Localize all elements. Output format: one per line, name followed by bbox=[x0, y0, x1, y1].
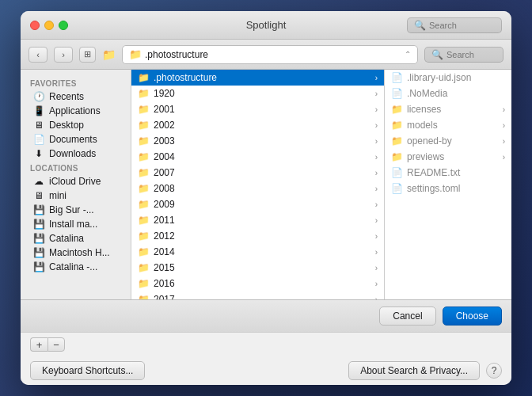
sidebar-item-bigsur[interactable]: 💾 Big Sur -... bbox=[24, 203, 127, 217]
forward-button[interactable]: › bbox=[54, 47, 73, 63]
folder-icon: 📁 bbox=[391, 135, 402, 147]
documents-icon: 📄 bbox=[33, 134, 44, 145]
mini-icon: 🖥 bbox=[33, 190, 44, 201]
file-item-2001[interactable]: 📁 2001 › bbox=[131, 101, 384, 117]
right-file-name: licenses bbox=[407, 104, 498, 115]
choose-button[interactable]: Choose bbox=[443, 307, 502, 326]
sidebar-mini-label: mini bbox=[49, 190, 66, 201]
new-folder-button[interactable]: 📁 bbox=[102, 48, 116, 61]
file-name: 2008 bbox=[154, 183, 370, 194]
minimize-button[interactable] bbox=[44, 21, 54, 30]
folder-icon: 📁 bbox=[138, 246, 149, 257]
file-item-2008[interactable]: 📁 2008 › bbox=[131, 181, 384, 196]
chevron-right-icon: › bbox=[375, 216, 378, 225]
content-area: Favorites 🕐 Recents 📱 Applications 🖥 Des… bbox=[21, 70, 511, 299]
folder-icon: 📁 bbox=[138, 278, 149, 289]
right-file-licenses[interactable]: 📁 licenses › bbox=[385, 101, 511, 117]
file-item-2003[interactable]: 📁 2003 › bbox=[131, 133, 384, 149]
close-button[interactable] bbox=[30, 21, 40, 30]
file-item-2015[interactable]: 📁 2015 › bbox=[131, 260, 384, 276]
file-item-2007[interactable]: 📁 2007 › bbox=[131, 165, 384, 181]
folder-icon: 📁 bbox=[391, 104, 402, 115]
file-item-2014[interactable]: 📁 2014 › bbox=[131, 244, 384, 260]
chevron-right-icon: › bbox=[375, 74, 378, 82]
folder-icon: 📁 bbox=[138, 135, 149, 147]
toolbar-search-input[interactable] bbox=[446, 50, 496, 59]
folder-icon: 📁 bbox=[391, 151, 402, 162]
chevron-right-icon: › bbox=[375, 105, 378, 114]
sidebar-item-catalina2[interactable]: 💾 Catalina -... bbox=[24, 260, 127, 274]
right-file-readme[interactable]: 📄 README.txt bbox=[385, 165, 511, 181]
right-file-models[interactable]: 📁 models › bbox=[385, 117, 511, 133]
chevron-right-icon: › bbox=[375, 153, 378, 162]
chevron-right-icon: › bbox=[503, 105, 505, 114]
file-item-1920[interactable]: 📁 1920 › bbox=[131, 86, 384, 101]
file-name: 2011 bbox=[154, 215, 370, 226]
about-search-button[interactable]: About Search & Privacy... bbox=[348, 361, 480, 380]
folder-icon: 📁 bbox=[138, 120, 149, 131]
sidebar-item-desktop[interactable]: 🖥 Desktop bbox=[24, 118, 127, 132]
file-item-2012[interactable]: 📁 2012 › bbox=[131, 228, 384, 244]
add-remove-controls: + − bbox=[30, 337, 65, 352]
file-item-2017[interactable]: 📁 2017 › bbox=[131, 291, 384, 299]
sidebar-item-macintosh[interactable]: 💾 Macintosh H... bbox=[24, 246, 127, 260]
file-item-2016[interactable]: 📁 2016 › bbox=[131, 276, 384, 291]
toolbar-search-box[interactable]: 🔍 bbox=[424, 47, 504, 63]
titlebar-search-input[interactable] bbox=[429, 21, 495, 30]
toolbar: ‹ › ⊞ 📁 📁 .photostructure ⌃ 🔍 bbox=[21, 40, 511, 70]
cancel-button[interactable]: Cancel bbox=[379, 307, 435, 326]
sidebar-catalina-label: Catalina bbox=[49, 233, 84, 244]
file-item-photostructure[interactable]: 📁 .photostructure › bbox=[131, 70, 384, 86]
desktop-icon: 🖥 bbox=[33, 120, 44, 131]
favorites-label: Favorites bbox=[21, 76, 131, 89]
chevron-right-icon: › bbox=[375, 169, 378, 177]
chevron-right-icon: › bbox=[375, 264, 378, 272]
sidebar-icloud-label: iCloud Drive bbox=[49, 176, 101, 187]
maximize-button[interactable] bbox=[59, 21, 68, 30]
file-name: 2015 bbox=[154, 262, 370, 273]
file-icon: 📄 bbox=[391, 88, 402, 99]
location-bar: 📁 .photostructure ⌃ bbox=[122, 45, 418, 64]
folder-icon: 📁 bbox=[138, 230, 149, 242]
view-toggle-button[interactable]: ⊞ bbox=[79, 47, 96, 63]
file-item-2011[interactable]: 📁 2011 › bbox=[131, 212, 384, 228]
right-file-previews[interactable]: 📁 previews › bbox=[385, 149, 511, 165]
footer-bar: Keyboard Shortcuts... About Search & Pri… bbox=[21, 356, 511, 385]
folder-icon: 📁 bbox=[129, 48, 142, 60]
file-item-2002[interactable]: 📁 2002 › bbox=[131, 117, 384, 133]
file-name: 1920 bbox=[154, 88, 370, 99]
right-file-settings[interactable]: 📄 settings.toml bbox=[385, 181, 511, 196]
right-file-opened-by[interactable]: 📁 opened-by › bbox=[385, 133, 511, 149]
sidebar-item-icloud[interactable]: ☁ iCloud Drive bbox=[24, 174, 127, 188]
right-file-library[interactable]: 📄 .library-uid.json bbox=[385, 70, 511, 86]
sidebar-bigsur-label: Big Sur -... bbox=[49, 204, 94, 215]
file-name: 2014 bbox=[154, 246, 370, 257]
keyboard-shortcuts-button[interactable]: Keyboard Shortcuts... bbox=[30, 361, 145, 380]
sidebar-item-mini[interactable]: 🖥 mini bbox=[24, 188, 127, 203]
sidebar-macintosh-label: Macintosh H... bbox=[49, 247, 110, 258]
current-location: .photostructure bbox=[145, 49, 401, 60]
help-button[interactable]: ? bbox=[486, 363, 502, 379]
sidebar-item-recents[interactable]: 🕐 Recents bbox=[24, 89, 127, 104]
sidebar-item-install[interactable]: 💾 Install ma... bbox=[24, 217, 127, 231]
sidebar-item-downloads[interactable]: ⬇ Downloads bbox=[24, 147, 127, 161]
file-list-pane: 📁 .photostructure › 📁 1920 › 📁 2001 › 📁 … bbox=[131, 70, 385, 299]
sidebar-item-applications[interactable]: 📱 Applications bbox=[24, 104, 127, 118]
titlebar-search-box[interactable]: 🔍 bbox=[407, 17, 502, 33]
folder-icon: 📁 bbox=[138, 151, 149, 162]
sidebar-item-catalina[interactable]: 💾 Catalina bbox=[24, 231, 127, 246]
remove-button[interactable]: − bbox=[48, 337, 65, 352]
file-name: 2012 bbox=[154, 230, 370, 242]
locations-label: Locations bbox=[21, 161, 131, 174]
add-button[interactable]: + bbox=[30, 337, 48, 352]
folder-icon: 📁 bbox=[138, 262, 149, 273]
back-button[interactable]: ‹ bbox=[28, 47, 48, 63]
file-item-2004[interactable]: 📁 2004 › bbox=[131, 149, 384, 165]
folder-icon: 📁 bbox=[138, 215, 149, 226]
sidebar-item-documents[interactable]: 📄 Documents bbox=[24, 132, 127, 147]
file-name: 2017 bbox=[154, 294, 370, 299]
toolbar-search-icon: 🔍 bbox=[431, 49, 443, 60]
file-item-2009[interactable]: 📁 2009 › bbox=[131, 196, 384, 212]
right-file-nomedia[interactable]: 📄 .NoMedia bbox=[385, 86, 511, 101]
file-name: 2007 bbox=[154, 167, 370, 178]
